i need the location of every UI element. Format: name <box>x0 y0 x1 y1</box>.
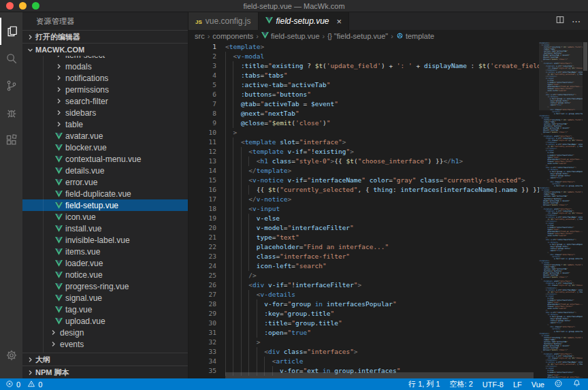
tree-folder-permissions[interactable]: permissions <box>22 84 188 95</box>
eol-sequence[interactable]: LF <box>513 380 522 389</box>
tab-field-setup-vue[interactable]: field-setup.vue× <box>259 12 350 30</box>
code-line-23[interactable]: 23 class="interface-filter" <box>189 252 588 261</box>
code-line-27[interactable]: 27 <v-details <box>189 290 588 299</box>
code-line-20[interactable]: 20 v-model="interfaceFilter" <box>189 223 588 233</box>
more-actions-icon[interactable]: ⋯ <box>572 16 581 27</box>
code-line-11[interactable]: 11 <template slot="interface"> <box>189 137 588 147</box>
vue-file-icon <box>54 191 63 197</box>
code-line-17[interactable]: 17 </v-notice> <box>189 195 588 204</box>
code-line-9[interactable]: 9 @close="$emit('close')" <box>189 118 588 128</box>
tree-file-details-vue[interactable]: details.vue <box>22 165 188 176</box>
code-line-30[interactable]: 30 :title="group.title" <box>189 319 588 328</box>
code-line-6[interactable]: 6 :buttons="buttons" <box>189 90 588 99</box>
code-line-4[interactable]: 4 :tabs="tabs" <box>189 71 588 80</box>
code-line-22[interactable]: 22 placeholder="Find an interface..." <box>189 242 588 252</box>
split-editor-icon[interactable] <box>555 15 565 27</box>
code-line-13[interactable]: 13 <h1 class="style-0">{{ $t("choose_int… <box>189 157 588 166</box>
code-line-2[interactable]: 2 <v-modal <box>189 52 588 61</box>
tree-folder-search-filter[interactable]: search-filter <box>22 95 188 107</box>
debug-icon[interactable] <box>0 99 22 127</box>
tree-file-loader-vue[interactable]: loader.vue <box>22 257 188 269</box>
notifications-bell-icon[interactable] <box>572 379 581 389</box>
code-line-5[interactable]: 5 :active-tab="activeTab" <box>189 80 588 90</box>
code-line-16[interactable]: 16 {{ $t("currently_selected", { thing: … <box>189 185 588 195</box>
tree-folder-modals[interactable]: modals <box>22 61 188 72</box>
tree-folder-item-select[interactable]: item-select <box>22 56 188 61</box>
tree-file-tag-vue[interactable]: tag.vue <box>22 304 188 315</box>
tree-file-notice-vue[interactable]: notice.vue <box>22 269 188 280</box>
tree-file-contextual-menu-vue[interactable]: contextual-menu.vue <box>22 153 188 165</box>
code-line-21[interactable]: 21 type="text" <box>189 233 588 242</box>
code-line-25[interactable]: 25 /> <box>189 271 588 280</box>
minimize-window-button[interactable] <box>19 2 27 10</box>
scrollbar-thumb[interactable] <box>583 42 587 71</box>
language-mode[interactable]: Vue <box>532 380 544 389</box>
tree-folder-notifications[interactable]: notifications <box>22 72 188 84</box>
code-line-34[interactable]: 34 <article <box>189 357 588 366</box>
encoding[interactable]: UTF-8 <box>483 380 504 389</box>
code-line-15[interactable]: 15 <v-notice v-if="interfaceName" color=… <box>189 176 588 185</box>
npm-scripts-section[interactable]: NPM 脚本 <box>22 365 188 378</box>
close-window-button[interactable] <box>6 2 14 10</box>
tree-file-field-setup-vue[interactable]: field-setup.vue <box>22 199 188 211</box>
feedback-smiley-icon[interactable] <box>554 379 563 389</box>
tree-file-upload-vue[interactable]: upload.vue <box>22 315 188 327</box>
code-line-28[interactable]: 28 v-for="group in interfacesPopular" <box>189 299 588 309</box>
cursor-position[interactable]: 行 1, 列 1 <box>408 379 440 389</box>
code-line-29[interactable]: 29 :key="group.title" <box>189 309 588 319</box>
project-section[interactable]: MACWK.COM <box>22 43 188 56</box>
code-text: :title="existing ? $t('update_field') + … <box>225 61 553 71</box>
code-line-14[interactable]: 14 </template> <box>189 166 588 176</box>
breadcrumb-item-2[interactable]: components <box>212 32 253 40</box>
tree-file-error-vue[interactable]: error.vue <box>22 176 188 188</box>
extensions-icon[interactable] <box>0 127 22 154</box>
code-line-10[interactable]: 10 > <box>189 128 588 137</box>
code-line-18[interactable]: 18 <v-input <box>189 204 588 214</box>
breadcrumb-item-1[interactable]: src <box>195 32 205 40</box>
tree-file-invisible-label-vue[interactable]: invisible-label.vue <box>22 234 188 246</box>
tree-file-items-vue[interactable]: items.vue <box>22 246 188 257</box>
open-editors-section[interactable]: 打开的编辑器 <box>22 30 188 43</box>
tree-file-field-duplicate-vue[interactable]: field-duplicate.vue <box>22 188 188 199</box>
outline-section[interactable]: 大纲 <box>22 353 188 365</box>
tree-item-label: icon.vue <box>65 212 96 222</box>
vertical-scrollbar[interactable] <box>583 42 588 378</box>
problems-status[interactable]: 0 0 <box>0 380 42 389</box>
code-line-12[interactable]: 12 <template v-if="!existing"> <box>189 147 588 157</box>
code-editor[interactable]: 1<template>2 <v-modal3 :title="existing … <box>189 42 588 378</box>
code-line-1[interactable]: 1<template> <box>189 42 588 52</box>
tree-file-install-vue[interactable]: install.vue <box>22 223 188 234</box>
tree-file-blocker-vue[interactable]: blocker.vue <box>22 142 188 153</box>
tree-folder-sidebars[interactable]: sidebars <box>22 107 188 118</box>
code-line-31[interactable]: 31 :open="true" <box>189 328 588 338</box>
tree-file-avatar-vue[interactable]: avatar.vue <box>22 130 188 142</box>
code-line-19[interactable]: 19 v-else <box>189 214 588 223</box>
code-line-33[interactable]: 33 <div class="interfaces"> <box>189 347 588 357</box>
tree-folder-design[interactable]: design <box>22 327 188 338</box>
source-control-icon[interactable] <box>0 72 22 99</box>
tree-file-icon-vue[interactable]: icon.vue <box>22 211 188 223</box>
minimap-slider[interactable] <box>539 42 583 110</box>
tab-vue-config-js[interactable]: JSvue.config.js <box>189 12 259 30</box>
code-line-32[interactable]: 32 > <box>189 338 588 347</box>
explorer-icon[interactable] <box>0 18 22 45</box>
breadcrumb-item-4[interactable]: {}"field-setup.vue" <box>327 32 388 40</box>
code-line-26[interactable]: 26 <div v-if="!interfaceFilter"> <box>189 280 588 290</box>
code-line-3[interactable]: 3 :title="existing ? $t('update_field') … <box>189 61 588 71</box>
breadcrumb-item-5[interactable]: template <box>396 32 434 41</box>
breadcrumb-item-3[interactable]: field-setup.vue <box>261 32 320 40</box>
maximize-window-button[interactable] <box>32 2 39 10</box>
close-tab-icon[interactable]: × <box>337 16 342 27</box>
tree-folder-events[interactable]: events <box>22 338 188 350</box>
settings-gear-icon[interactable] <box>0 342 22 369</box>
indentation[interactable]: 空格: 2 <box>450 379 473 389</box>
minimap[interactable]: <template> <v-modal :title="existing ? $… <box>539 42 583 378</box>
code-line-7[interactable]: 7 @tab="activeTab = $event" <box>189 99 588 109</box>
tree-file-progress-ring-vue[interactable]: progress-ring.vue <box>22 280 188 292</box>
horizontal-scrollbar[interactable] <box>225 372 534 378</box>
search-icon[interactable] <box>0 45 22 72</box>
code-line-24[interactable]: 24 icon-left="search" <box>189 261 588 271</box>
code-line-8[interactable]: 8 @next="nextTab" <box>189 109 588 118</box>
tree-folder-table[interactable]: table <box>22 118 188 130</box>
tree-file-signal-vue[interactable]: signal.vue <box>22 292 188 304</box>
